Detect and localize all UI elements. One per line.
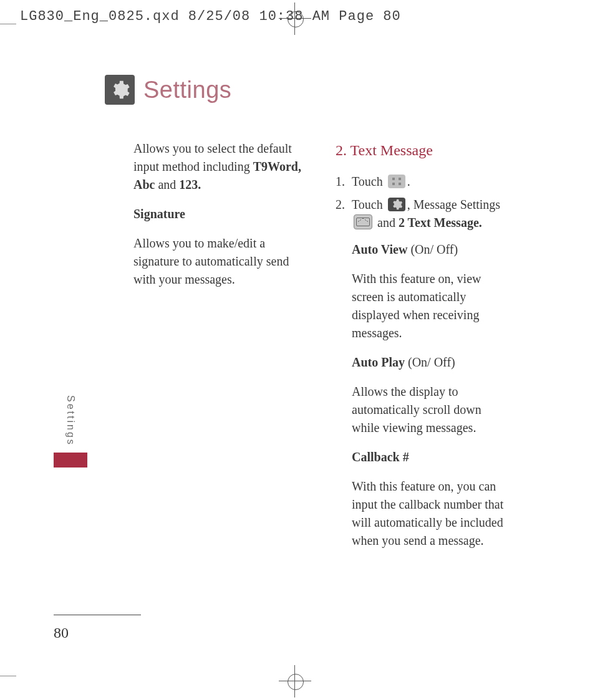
text: (On/ Off) [408, 355, 455, 369]
side-tab: Settings [54, 395, 87, 467]
auto-view-heading: Auto View (On/ Off) [352, 241, 509, 259]
text: . [407, 175, 410, 188]
text: and [155, 178, 179, 191]
text-bold: Auto Play [352, 355, 408, 369]
auto-play-heading: Auto Play (On/ Off) [352, 353, 509, 372]
step-1: 1. Touch . [336, 173, 509, 191]
step-number: 1. [336, 173, 347, 191]
page-number: 80 [54, 625, 69, 641]
text: (On/ Off) [410, 242, 458, 256]
signature-paragraph: Allows you to make/edit a signature to a… [133, 234, 307, 289]
text: , Message Settings [407, 198, 500, 211]
callback-heading: Callback # [352, 448, 509, 466]
message-icon [354, 214, 372, 229]
step-number: 2. [336, 196, 347, 561]
registration-mark-top [284, 7, 306, 30]
auto-play-paragraph: Allows the display to automatically scro… [352, 383, 509, 437]
side-tab-bar [54, 453, 87, 467]
text-bold: 123. [179, 178, 201, 191]
settings-chip-icon [388, 198, 405, 211]
text-bold: Auto View [352, 242, 410, 256]
text: and [374, 216, 399, 229]
trim-mark-top-left [0, 24, 16, 24]
side-tab-label: Settings [65, 395, 76, 446]
left-column: Allows you to select the default input m… [133, 140, 307, 566]
registration-mark-bottom [284, 670, 306, 693]
text-bold: 2 Text Message. [399, 216, 482, 229]
section-heading-text-message: 2. Text Message [336, 140, 509, 161]
callback-paragraph: With this feature on, you can input the … [352, 477, 509, 550]
settings-icon [105, 75, 135, 105]
step-2: 2. Touch , Message Settings and 2 Text M… [336, 196, 509, 561]
print-slug: LG830_Eng_0825.qxd 8/25/08 10:38 AM Page… [20, 9, 401, 24]
text: Touch [352, 175, 386, 188]
entry-mode-paragraph: Allows you to select the default input m… [133, 140, 307, 194]
right-column: 2. Text Message 1. Touch . 2. Touch , Me… [336, 140, 509, 566]
signature-heading: Signature [133, 205, 307, 223]
auto-view-paragraph: With this feature on, view screen is aut… [352, 270, 509, 342]
text: Touch [352, 198, 386, 211]
apps-grid-icon [388, 175, 405, 188]
trim-mark-bottom-left [0, 676, 16, 676]
page-title: Settings [143, 77, 231, 103]
footer-rule [54, 615, 141, 615]
